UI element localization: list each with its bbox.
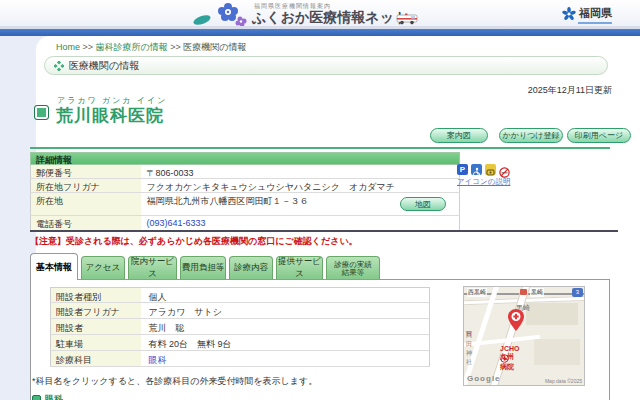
diamond-flower-icon [54,61,64,71]
google-logo: Google [467,374,501,383]
route-shield: 3 [572,288,583,297]
table-row-founder-type: 開設者種別 個人 [50,287,430,303]
wheelchair-icon [471,164,482,175]
breadcrumb-dental-link[interactable]: 歯科診療所の情報 [96,42,168,52]
station-label-kurosaki: 黒崎 [530,288,544,297]
kakaritsuke-register-button[interactable]: かかりつけ登録 [499,128,563,143]
row-value: フクオカケンキタキュウシュウシヤハタニシク オカダマチ [141,179,460,192]
breadcrumb-current: 医療機関の情報 [183,42,246,52]
station-label-nishikurosaki: 西黒崎 [467,288,487,297]
department-section-link[interactable]: 眼科 [32,393,63,400]
tab-treatment-results[interactable]: 診療の実績 結果等 [326,256,380,279]
phone-link[interactable]: (093)641-6333 [141,216,460,230]
pref-name: 福岡県 [579,6,612,21]
map-pin-icon [508,309,524,331]
tab-access[interactable]: アクセス [81,256,125,279]
pref-flower-icon [562,7,576,21]
row-value: 荒川 聡 [141,319,429,334]
row-value: アラカワ サトシ [141,303,429,318]
row-label: 開設者フリガナ [51,303,141,318]
map-copyright: Map data ©2025 [545,378,582,384]
green-bullet-icon [32,395,41,400]
updated-date: 2025年12月11日更新 [528,84,612,97]
breadcrumb-home-link[interactable]: Home [56,42,80,52]
page: 福岡県医療機関情報案内 ふくおか医療情報ネット 福岡県 [0,0,640,400]
table-row-departments: 診療科目 眼科 [50,351,430,367]
print-page-button[interactable]: 印刷用ページ [567,128,631,143]
row-value: 個人 [141,288,429,302]
row-label: 駐車場 [51,335,141,350]
station-marker [520,289,527,295]
facility-icons: P [457,164,510,175]
table-row-founder: 開設者 荒川 聡 [50,319,430,335]
row-label: 診療科目 [51,351,141,366]
map-block [534,339,580,365]
row-value: 〒806-0033 [141,165,460,178]
table-row-address-kana: 所在地フリガナ フクオカケンキタキュウシュウシヤハタニシク オカダマチ [30,179,460,193]
tab-provided-services[interactable]: 提供サービス [276,256,323,279]
hospital-bullet-icon [34,105,49,120]
table-row-parking: 駐車場 有料 20台 無料 9台 [50,335,430,351]
table-row-phone: 電話番号 (093)641-6333 [30,216,460,230]
section-title-bar: 医療機関の情報 [44,56,608,75]
breadcrumb-separator: >> [83,42,94,52]
departments-footnote: *科目名をクリックすると、各診療科目の外来受付時間を表示します。 [32,375,317,388]
row-label: 所在地フリガナ [31,179,141,192]
notice-text: 【注意】受診される際は、必ずあらかじめ各医療機関の窓口にご確認ください。 [30,235,358,248]
hospital-name: 荒川眼科医院 [56,104,164,127]
table-row-founder-kana: 開設者フリガナ アラカワ サトシ [50,303,430,319]
site-header: 福岡県医療機関情報案内 ふくおか医療情報ネット 福岡県 [0,0,640,26]
tab-label-line2: 結果等 [342,269,365,277]
guide-map-button[interactable]: 案内図 [430,128,488,143]
pref-romaji-bar [578,22,612,24]
details-table-header: 詳細情報 [30,152,460,165]
department-section-label: 眼科 [45,393,63,400]
ambulance-icon [396,13,422,25]
row-label: 郵便番号 [31,165,141,178]
site-title: ふくおか医療情報ネット [252,9,408,27]
no-smoking-icon [499,164,510,175]
blue-accent-bar [0,29,640,36]
row-label: 開設者種別 [51,288,141,302]
section-divider [30,230,618,232]
map-button[interactable]: 地図 [400,197,446,211]
row-label: 所在地 [31,193,141,215]
parking-icon: P [457,164,468,175]
location-map[interactable]: 西黒崎 黒崎 3 黒崎 ⛩ 岡田神社 JCHO九州病院 Google Map d… [463,286,585,386]
fukuoka-pref-logo: 福岡県 [562,6,612,21]
department-link[interactable]: 眼科 [149,355,167,365]
row-label: 開設者 [51,319,141,334]
section-title: 医療機関の情報 [69,59,139,73]
row-label: 電話番号 [31,216,141,230]
tab-costs[interactable]: 費用負担等 [180,256,226,279]
tab-in-hospital-services[interactable]: 院内サービス [128,256,177,279]
map-block [526,303,578,325]
tab-basic-info[interactable]: 基本情報 [30,253,78,280]
facility-service-icon [485,164,496,175]
breadcrumb-separator: >> [170,42,181,52]
tab-treatment-details[interactable]: 診療内容 [229,256,273,279]
green-divider [30,147,610,149]
site-logo-flower-icon [188,2,252,26]
icons-explanation-link[interactable]: アイコンの説明 [457,177,510,187]
table-row-postal: 郵便番号 〒806-0033 [30,165,460,179]
table-row-address: 所在地 福岡県北九州市八幡西区岡田町１－３６ [30,193,460,216]
row-value: 有料 20台 無料 9台 [141,335,429,350]
breadcrumb: Home >> 歯科診療所の情報 >> 医療機関の情報 [56,41,247,54]
